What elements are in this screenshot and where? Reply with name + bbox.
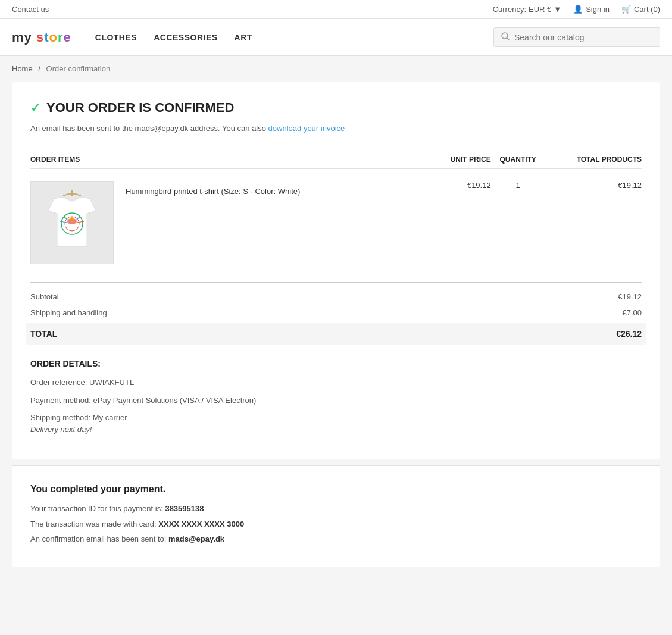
confirmation-message-prefix: An email has been sent to the mads@epay.…	[30, 124, 268, 133]
email-value: mads@epay.dk	[168, 534, 224, 543]
logo-t: t	[44, 30, 49, 45]
confirmation-message: An email has been sent to the mads@epay.…	[30, 124, 642, 133]
sign-in-button[interactable]: 👤 Sign in	[573, 5, 610, 14]
subtotal-row: Subtotal €19.12	[30, 289, 642, 305]
download-invoice-link[interactable]: download your invoice	[268, 124, 345, 133]
email-prefix: An confirmation email has been sent to:	[30, 534, 168, 543]
card-prefix: The transaction was made with card:	[30, 520, 158, 528]
product-total-price: €19.12	[545, 169, 642, 277]
col-header-total: TOTAL PRODUCTS	[545, 151, 642, 169]
col-header-unit-price: UNIT PRICE	[431, 151, 491, 169]
logo[interactable]: my store	[12, 30, 71, 45]
currency-value: EUR €	[529, 5, 551, 14]
transaction-prefix: Your transaction ID for this payment is:	[30, 504, 165, 513]
shipping-label: Shipping and handling	[30, 308, 107, 317]
top-bar-right: Currency: EUR € ▼ 👤 Sign in 🛒 Cart (0)	[493, 5, 660, 14]
shipping-value: €7.00	[622, 308, 642, 317]
svg-line-1	[507, 38, 509, 40]
logo-s: s	[36, 30, 44, 45]
total-label: TOTAL	[30, 329, 57, 339]
currency-selector[interactable]: Currency: EUR € ▼	[493, 5, 562, 14]
cart-button[interactable]: 🛒 Cart (0)	[621, 5, 660, 14]
product-image	[30, 181, 114, 264]
currency-label: Currency:	[493, 5, 526, 14]
order-items-table: ORDER ITEMS UNIT PRICE QUANTITY TOTAL PR…	[30, 151, 642, 276]
svg-point-6	[70, 217, 74, 221]
nav-art[interactable]: ART	[235, 33, 252, 42]
confirmation-email-row: An confirmation email has been sent to: …	[30, 533, 642, 545]
header: my store CLOTHES ACCESSORIES ART	[0, 19, 672, 56]
card-row: The transaction was made with card: XXXX…	[30, 518, 642, 530]
breadcrumb-home[interactable]: Home	[12, 64, 33, 73]
check-icon: ✓	[30, 101, 40, 115]
payment-details: Your transaction ID for this payment is:…	[30, 503, 642, 545]
main-nav: CLOTHES ACCESSORIES ART	[95, 33, 252, 42]
logo-e: e	[64, 30, 71, 45]
breadcrumb-current: Order confirmation	[46, 64, 111, 73]
shipping-method: Shipping method: My carrier Delivery nex…	[30, 412, 642, 435]
payment-method: Payment method: ePay Payment Solutions (…	[30, 395, 642, 406]
product-name: Hummingbird printed t-shirt (Size: S - C…	[114, 181, 300, 196]
search-icon	[501, 32, 510, 42]
product-unit-price: €19.12	[431, 169, 491, 277]
contact-us-link[interactable]: Contact us	[12, 5, 49, 14]
shipping-row: Shipping and handling €7.00	[30, 305, 642, 321]
total-row: TOTAL €26.12	[26, 323, 646, 345]
transaction-id: 383595138	[165, 504, 204, 513]
logo-o: o	[49, 30, 58, 45]
shipping-method-value: My carrier	[93, 413, 127, 422]
payment-card: You completed your payment. Your transac…	[12, 465, 660, 567]
logo-r: r	[58, 30, 64, 45]
order-reference-value: UWIAKFUTL	[89, 378, 134, 387]
subtotal-label: Subtotal	[30, 292, 59, 301]
total-value: €26.12	[616, 329, 642, 339]
main-content: ✓ YOUR ORDER IS CONFIRMED An email has b…	[0, 82, 672, 579]
transaction-id-row: Your transaction ID for this payment is:…	[30, 503, 642, 515]
payment-title: You completed your payment.	[30, 484, 642, 495]
subtotal-value: €19.12	[618, 292, 642, 301]
delivery-note: Delivery next day!	[30, 425, 92, 434]
table-row: Hummingbird printed t-shirt (Size: S - C…	[30, 169, 642, 277]
nav-accessories[interactable]: ACCESSORIES	[154, 33, 217, 42]
logo-my: my	[12, 30, 36, 45]
nav-clothes[interactable]: CLOTHES	[95, 33, 137, 42]
totals-section: Subtotal €19.12 Shipping and handling €7…	[30, 289, 642, 345]
breadcrumb-separator: /	[38, 64, 40, 73]
order-details-title: ORDER DETAILS:	[30, 359, 642, 368]
card-value: XXXX XXXX XXXX 3000	[158, 520, 244, 528]
col-header-items: ORDER ITEMS	[30, 151, 431, 169]
user-icon: 👤	[573, 5, 583, 14]
col-header-quantity: QUANTITY	[491, 151, 545, 169]
product-quantity: 1	[491, 169, 545, 277]
breadcrumb: Home / Order confirmation	[0, 56, 672, 82]
totals-divider	[30, 282, 642, 283]
top-bar: Contact us Currency: EUR € ▼ 👤 Sign in 🛒…	[0, 0, 672, 19]
confirmation-card: ✓ YOUR ORDER IS CONFIRMED An email has b…	[12, 82, 660, 459]
currency-dropdown-icon: ▼	[554, 5, 561, 14]
search-input[interactable]	[514, 33, 652, 42]
order-reference: Order reference: UWIAKFUTL	[30, 377, 642, 389]
cart-label: Cart (0)	[634, 5, 660, 14]
payment-method-value: ePay Payment Solutions (VISA / VISA Elec…	[93, 396, 257, 405]
search-bar[interactable]	[493, 27, 660, 47]
order-details: ORDER DETAILS: Order reference: UWIAKFUT…	[30, 359, 642, 435]
order-confirmed-title: ✓ YOUR ORDER IS CONFIRMED	[30, 100, 642, 115]
sign-in-label: Sign in	[586, 5, 610, 14]
shipping-method-label: Shipping method:	[30, 413, 90, 422]
order-reference-label: Order reference:	[30, 378, 87, 387]
payment-method-label: Payment method:	[30, 396, 91, 405]
confirmed-title-text: YOUR ORDER IS CONFIRMED	[46, 100, 234, 115]
cart-icon: 🛒	[621, 5, 631, 14]
